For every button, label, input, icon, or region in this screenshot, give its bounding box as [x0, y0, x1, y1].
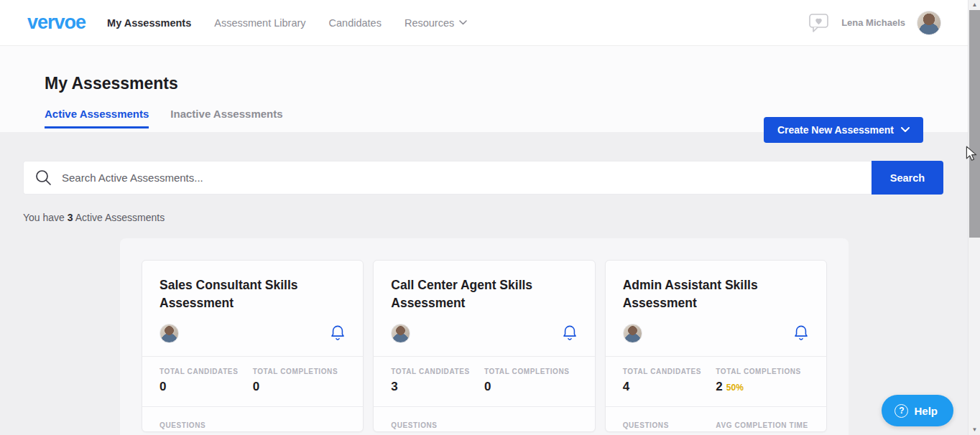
tab-active-assessments[interactable]: Active Assessments [45, 108, 149, 128]
card-top: Sales Consultant Skills Assessment [142, 261, 363, 356]
candidate-avatar [623, 324, 642, 343]
stat-value: 0 [253, 380, 346, 394]
vervoe-logo[interactable]: vervoe [27, 11, 85, 34]
feedback-heart-icon[interactable] [808, 13, 830, 33]
stat-total-candidates: TOTAL CANDIDATES 3 [391, 368, 484, 394]
nav-item-candidates[interactable]: Candidates [329, 17, 382, 29]
footer-label-questions: QUESTIONS [623, 421, 716, 429]
assessment-title[interactable]: Call Center Agent Skills Assessment [391, 276, 577, 312]
nav-item-assessment-library[interactable]: Assessment Library [214, 17, 305, 29]
nav-item-my-assessments[interactable]: My Assessments [107, 17, 191, 29]
assessment-title[interactable]: Sales Consultant Skills Assessment [160, 276, 346, 312]
stat-value: 250% [716, 380, 809, 394]
stat-value: 3 [391, 380, 484, 394]
assessment-card-admin-assistant[interactable]: Admin Assistant Skills Assessment TOTAL … [605, 260, 827, 432]
card-people-row [160, 322, 346, 345]
stat-label: TOTAL CANDIDATES [623, 368, 716, 375]
assessment-card-call-center-agent[interactable]: Call Center Agent Skills Assessment TOTA… [373, 260, 595, 432]
search-icon [35, 169, 52, 186]
card-footer: QUESTIONS [374, 407, 594, 432]
chevron-down-icon [459, 20, 467, 25]
question-mark-icon: ? [895, 404, 908, 418]
stat-label: TOTAL CANDIDATES [160, 368, 253, 375]
footer-label-secondary [484, 421, 578, 429]
stat-value: 0 [160, 380, 253, 394]
card-footer: QUESTIONS [142, 407, 363, 432]
help-label: Help [914, 405, 938, 417]
assessments-panel: Sales Consultant Skills Assessment TOTAL… [120, 238, 849, 435]
stat-label: TOTAL CANDIDATES [391, 368, 484, 375]
scrollbar-thumb[interactable] [969, 10, 980, 238]
nav-item-resources[interactable]: Resources [405, 17, 467, 29]
stat-total-completions: TOTAL COMPLETIONS 0 [253, 368, 346, 394]
page-title: My Assessments [45, 46, 923, 93]
card-stats: TOTAL CANDIDATES 0 TOTAL COMPLETIONS 0 [142, 357, 363, 406]
assessment-title[interactable]: Admin Assistant Skills Assessment [623, 276, 809, 312]
card-footer: QUESTIONS AVG COMPLETION TIME [606, 407, 826, 432]
footer-label-avg-completion-time: AVG COMPLETION TIME [716, 421, 809, 429]
user-name[interactable]: Lena Michaels [841, 17, 905, 28]
notification-bell-icon[interactable] [562, 324, 578, 342]
card-stats: TOTAL CANDIDATES 4 TOTAL COMPLETIONS 250… [606, 357, 826, 406]
search-input[interactable] [62, 172, 872, 184]
footer-label-questions: QUESTIONS [160, 421, 253, 429]
nav-resources-label: Resources [405, 17, 454, 29]
page-header: My Assessments Active Assessments Inacti… [0, 46, 980, 132]
nav-right: Lena Michaels [808, 11, 941, 35]
top-nav: vervoe My Assessments Assessment Library… [0, 0, 980, 46]
stat-total-completions: TOTAL COMPLETIONS 0 [484, 368, 578, 394]
notification-bell-icon[interactable] [330, 324, 346, 342]
stat-value: 4 [623, 380, 716, 394]
stat-label: TOTAL COMPLETIONS [253, 368, 346, 375]
completion-rate: 50% [726, 383, 744, 393]
stat-total-completions: TOTAL COMPLETIONS 250% [716, 368, 809, 394]
assessments-count-text: You have 3 Active Assessments [23, 212, 980, 223]
help-button[interactable]: ? Help [882, 395, 953, 426]
assessment-card-sales-consultant[interactable]: Sales Consultant Skills Assessment TOTAL… [142, 260, 364, 432]
scroll-down-arrow-icon[interactable]: ▼ [969, 425, 980, 435]
summary-suffix: Active Assessments [73, 212, 165, 223]
search-button[interactable]: Search [872, 161, 943, 195]
stat-total-candidates: TOTAL CANDIDATES 4 [623, 368, 716, 394]
nav-links: My Assessments Assessment Library Candid… [107, 17, 467, 29]
card-people-row [623, 322, 809, 345]
footer-label-secondary [253, 421, 346, 429]
card-top: Call Center Agent Skills Assessment [374, 261, 594, 356]
stat-total-candidates: TOTAL CANDIDATES 0 [160, 368, 253, 394]
stat-label: TOTAL COMPLETIONS [716, 368, 809, 375]
candidate-avatar [391, 324, 410, 343]
summary-prefix: You have [23, 212, 68, 223]
footer-label-questions: QUESTIONS [391, 421, 484, 429]
notification-bell-icon[interactable] [793, 324, 809, 342]
summary-count: 3 [68, 212, 73, 223]
stat-value: 0 [484, 380, 578, 394]
search-row: Search [0, 132, 980, 195]
candidate-avatar [160, 324, 179, 343]
vertical-scrollbar[interactable]: ▲ ▼ [968, 0, 980, 435]
search-box [23, 161, 872, 195]
card-stats: TOTAL CANDIDATES 3 TOTAL COMPLETIONS 0 [374, 357, 594, 406]
scroll-up-arrow-icon[interactable]: ▲ [969, 0, 980, 10]
main-content: Search You have 3 Active Assessments Sal… [0, 132, 980, 435]
tab-inactive-assessments[interactable]: Inactive Assessments [170, 108, 282, 128]
card-people-row [391, 322, 577, 345]
user-avatar[interactable] [917, 11, 941, 35]
stat-label: TOTAL COMPLETIONS [484, 368, 578, 375]
card-top: Admin Assistant Skills Assessment [606, 261, 826, 356]
